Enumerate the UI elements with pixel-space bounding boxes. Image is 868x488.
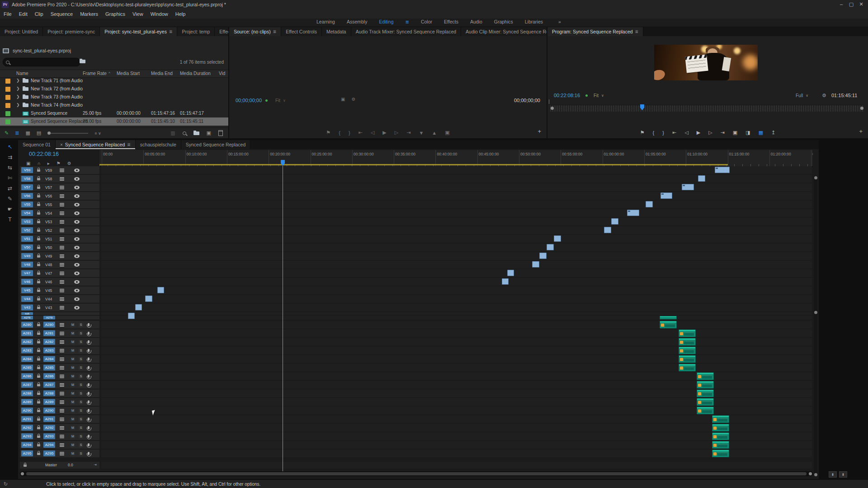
solo-button[interactable]: S: [79, 331, 83, 336]
export-button[interactable]: ↥: [771, 130, 775, 136]
track-name-V57[interactable]: V57: [45, 185, 52, 190]
slip-tool[interactable]: ⇄: [8, 185, 12, 192]
sync-lock-icon[interactable]: [60, 375, 64, 378]
go-to-in-button[interactable]: ⇤: [359, 130, 363, 136]
icon-view-icon[interactable]: ▦: [25, 130, 30, 136]
vscroll-knob-middle[interactable]: [814, 311, 817, 314]
play-button[interactable]: ▶: [697, 130, 700, 136]
video-clip[interactable]: [627, 210, 639, 216]
lock-icon[interactable]: [37, 333, 40, 335]
step-forward-button[interactable]: ▷: [708, 130, 712, 136]
lock-icon[interactable]: [37, 281, 40, 283]
sync-lock-icon[interactable]: [60, 220, 64, 224]
go-to-out-button[interactable]: ⇥: [721, 130, 725, 136]
mark-in-button[interactable]: {: [339, 130, 340, 136]
lock-icon[interactable]: [37, 358, 40, 361]
track-name-A289[interactable]: A289: [43, 399, 55, 405]
tab-close-icon[interactable]: ×: [60, 142, 63, 147]
column-header-media-start[interactable]: Media Start: [117, 71, 140, 76]
scrub-start-knob[interactable]: [551, 107, 554, 110]
video-clip[interactable]: [157, 287, 164, 293]
step-forward-button[interactable]: ▷: [395, 130, 398, 136]
track-lane-A291[interactable]: [101, 415, 812, 423]
track-lane-V51[interactable]: [101, 235, 812, 243]
track-lane-V43[interactable]: [101, 304, 812, 311]
lock-icon[interactable]: [37, 290, 40, 292]
toggle-track-output-icon[interactable]: [74, 211, 80, 215]
lock-icon[interactable]: [37, 178, 40, 180]
settings-icon[interactable]: ⚙: [351, 97, 355, 102]
toggle-track-output-icon[interactable]: [74, 194, 80, 198]
razor-tool[interactable]: ✄: [8, 175, 12, 181]
track-name-A284[interactable]: A284: [43, 356, 55, 362]
track-lane-V55[interactable]: [101, 201, 812, 208]
voiceover-record-icon[interactable]: [88, 443, 90, 446]
sync-lock-icon[interactable]: [60, 272, 64, 275]
voiceover-record-icon[interactable]: [88, 418, 90, 421]
track-name-A293[interactable]: A293: [43, 433, 55, 439]
track-name-A280[interactable]: A280: [43, 322, 55, 328]
lock-icon[interactable]: [37, 384, 40, 386]
track-lane-V59[interactable]: [101, 166, 812, 174]
voiceover-record-icon[interactable]: [88, 392, 90, 395]
source-patch-V44[interactable]: V44: [21, 296, 33, 302]
table-row[interactable]: ❯New Track 71 (from Audio: [0, 77, 228, 85]
track-name-V53[interactable]: V53: [45, 220, 52, 224]
sync-lock-icon[interactable]: [60, 203, 64, 206]
track-lane-A283[interactable]: [101, 347, 812, 354]
track-name-V55[interactable]: V55: [45, 202, 52, 207]
solo-button[interactable]: S: [79, 451, 83, 456]
column-header-name[interactable]: Name: [16, 71, 28, 76]
program-zoom-dropdown[interactable]: Fit∨: [594, 93, 604, 98]
track-name-V47[interactable]: V47: [45, 271, 52, 276]
track-lane-V57[interactable]: [101, 183, 812, 191]
track-name-A288[interactable]: A288: [43, 390, 55, 396]
play-button[interactable]: ▶: [382, 130, 386, 136]
voiceover-record-icon[interactable]: [88, 332, 90, 335]
toggle-track-output-icon[interactable]: [74, 220, 80, 224]
step-back-button[interactable]: ◁: [371, 130, 374, 136]
track-name-A290[interactable]: A290: [43, 408, 55, 413]
source-patch-A293[interactable]: A293: [21, 433, 33, 439]
lock-icon[interactable]: [37, 324, 40, 326]
source-patch-A292[interactable]: A292: [21, 425, 33, 431]
linked-selection-icon[interactable]: ▸: [47, 161, 50, 166]
audio-meter-button-left[interactable]: ▮: [829, 471, 837, 478]
source-patch-V56[interactable]: V56: [21, 193, 33, 199]
toggle-track-output-icon[interactable]: [74, 297, 80, 301]
track-name-V48[interactable]: V48: [45, 263, 52, 267]
source-patch-V46[interactable]: V46: [21, 279, 33, 285]
audio-meter-button-right[interactable]: ▮: [839, 471, 847, 478]
source-patch-V49[interactable]: V49: [21, 253, 33, 259]
sync-lock-icon[interactable]: [60, 366, 64, 370]
lock-icon[interactable]: [37, 453, 40, 455]
lock-icon[interactable]: [37, 272, 40, 275]
table-row[interactable]: ❯New Track 72 (from Audio: [0, 85, 228, 93]
voiceover-record-icon[interactable]: [88, 383, 90, 386]
solo-button[interactable]: S: [79, 323, 83, 327]
audio-clip[interactable]: [679, 364, 696, 371]
toggle-track-output-icon[interactable]: [74, 237, 80, 241]
ripple-edit-tool[interactable]: ⇆: [8, 164, 12, 171]
lock-icon[interactable]: [37, 195, 40, 197]
solo-button[interactable]: S: [79, 366, 83, 370]
audio-clip[interactable]: [679, 329, 696, 337]
audio-clip[interactable]: [679, 355, 696, 363]
sync-lock-icon[interactable]: [60, 186, 64, 189]
track-lane-V56[interactable]: [101, 192, 812, 200]
lock-icon[interactable]: [37, 298, 40, 300]
go-to-in-button[interactable]: ⇤: [672, 130, 676, 136]
source-patch-A285[interactable]: A285: [21, 365, 33, 371]
column-header-media-duration[interactable]: Media Duration: [180, 71, 211, 76]
track-lane-V54[interactable]: [101, 209, 812, 217]
mute-button[interactable]: M: [71, 348, 75, 353]
program-playhead[interactable]: [640, 104, 644, 110]
source-patch-A286[interactable]: A286: [21, 373, 33, 379]
source-patch-V52[interactable]: V52: [21, 227, 33, 233]
menu-icon[interactable]: ≣: [406, 19, 409, 24]
sync-lock-icon[interactable]: [60, 177, 64, 181]
list-view-icon[interactable]: ≣: [15, 130, 19, 136]
tab-audio-clip-mixer-synced-sequence-replaced[interactable]: Audio Clip Mixer: Synced Sequence Replac…: [461, 27, 547, 36]
disclosure-chevron-icon[interactable]: ❯: [16, 78, 20, 83]
menu-clip[interactable]: Clip: [31, 11, 47, 17]
